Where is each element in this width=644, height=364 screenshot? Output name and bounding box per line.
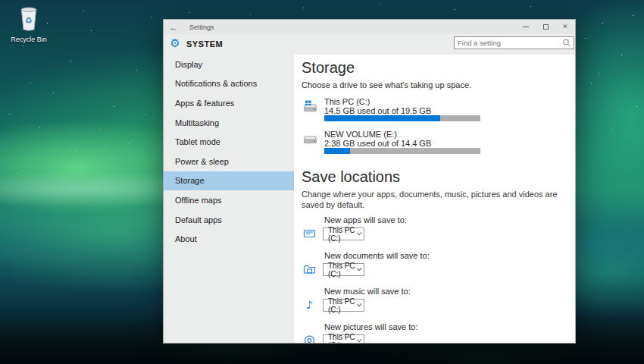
sidebar-item-apps-features[interactable]: Apps & features <box>164 93 294 113</box>
new-music-label: New music will save to: <box>324 287 411 296</box>
chevron-down-icon <box>357 266 361 271</box>
save-locations-description: Change where your apps, documents, music… <box>302 189 563 210</box>
new-apps-dropdown-value: This PC (C:) <box>328 226 357 243</box>
titlebar: ← Settings ✕ <box>164 20 575 34</box>
recycle-bin[interactable]: ♻ Recycle Bin <box>8 6 50 43</box>
sidebar-item-storage[interactable]: Storage <box>164 171 294 191</box>
drive-c-usage-fill <box>324 115 440 121</box>
search-icon <box>561 38 572 48</box>
desktop: ♻ Recycle Bin ← Settings ✕ ⚙ SYSTEM <box>0 0 644 364</box>
minimize-button[interactable] <box>516 20 536 34</box>
page-title: SYSTEM <box>186 39 223 49</box>
drive-c-name[interactable]: This PC (C:) <box>324 97 370 106</box>
sidebar: Display Notifications & actions Apps & f… <box>164 55 294 343</box>
sidebar-item-power-sleep[interactable]: Power & sleep <box>164 152 294 171</box>
close-button[interactable]: ✕ <box>555 20 575 34</box>
search-box[interactable] <box>454 36 574 49</box>
content: Storage Choose a drive to see what's tak… <box>294 55 575 343</box>
drive-c-usage-bar <box>324 115 480 121</box>
drive-e-icon <box>303 133 317 146</box>
new-music-dropdown-value: This PC (C:) <box>328 297 357 314</box>
settings-window: ← Settings ✕ ⚙ SYSTEM Display Notificati… <box>163 19 576 344</box>
search-input[interactable] <box>455 39 561 47</box>
header: ⚙ SYSTEM <box>164 34 575 55</box>
new-music-dropdown[interactable]: This PC (C:) <box>323 299 364 312</box>
music-icon: ♪ <box>303 299 316 312</box>
sidebar-item-notifications[interactable]: Notifications & actions <box>164 74 294 94</box>
apps-icon <box>303 228 316 240</box>
chevron-down-icon <box>357 337 361 342</box>
drive-c-icon <box>303 100 317 114</box>
sidebar-item-default-apps[interactable]: Default apps <box>164 210 294 230</box>
maximize-icon <box>543 24 549 30</box>
drive-e-name[interactable]: NEW VOLUME (E:) <box>324 130 397 139</box>
minimize-icon <box>523 27 529 27</box>
new-documents-dropdown-value: This PC (C:) <box>328 262 357 278</box>
maximize-button[interactable] <box>536 20 555 34</box>
new-apps-label: New apps will save to: <box>324 215 407 224</box>
pictures-icon <box>303 334 316 343</box>
gear-icon: ⚙ <box>169 37 181 49</box>
sidebar-item-display[interactable]: Display <box>164 55 294 74</box>
new-apps-dropdown[interactable]: This PC (C:) <box>323 228 364 240</box>
sidebar-item-tablet-mode[interactable]: Tablet mode <box>164 132 294 152</box>
sidebar-item-offline-maps[interactable]: Offline maps <box>164 190 294 210</box>
window-title: Settings <box>189 24 214 31</box>
documents-icon <box>303 263 316 276</box>
stars-decoration <box>0 0 1 1</box>
sidebar-item-about[interactable]: About <box>164 229 294 249</box>
new-pictures-dropdown[interactable]: This PC (C:) <box>323 334 364 343</box>
drive-e-usage-bar <box>324 148 480 154</box>
chevron-down-icon <box>357 302 361 306</box>
new-documents-label: New documents will save to: <box>324 251 430 260</box>
storage-subtitle: Choose a drive to see what's taking up s… <box>302 80 471 89</box>
drive-e-usage: 2.38 GB used out of 14.4 GB <box>324 139 431 148</box>
save-locations-title: Save locations <box>302 168 400 186</box>
recycle-bin-label: Recycle Bin <box>8 36 50 43</box>
svg-text:♻: ♻ <box>25 16 33 26</box>
new-pictures-label: New pictures will save to: <box>324 322 418 331</box>
recycle-bin-icon: ♻ <box>17 6 40 35</box>
drive-e-usage-fill <box>324 148 350 154</box>
storage-title: Storage <box>302 59 355 77</box>
new-documents-dropdown[interactable]: This PC (C:) <box>323 263 364 276</box>
back-button[interactable]: ← <box>164 23 183 32</box>
drive-c-usage: 14.5 GB used out of 19.5 GB <box>324 106 431 115</box>
sidebar-item-multitasking[interactable]: Multitasking <box>164 113 294 133</box>
new-pictures-dropdown-value: This PC (C:) <box>328 333 357 344</box>
chevron-down-icon <box>357 231 361 235</box>
